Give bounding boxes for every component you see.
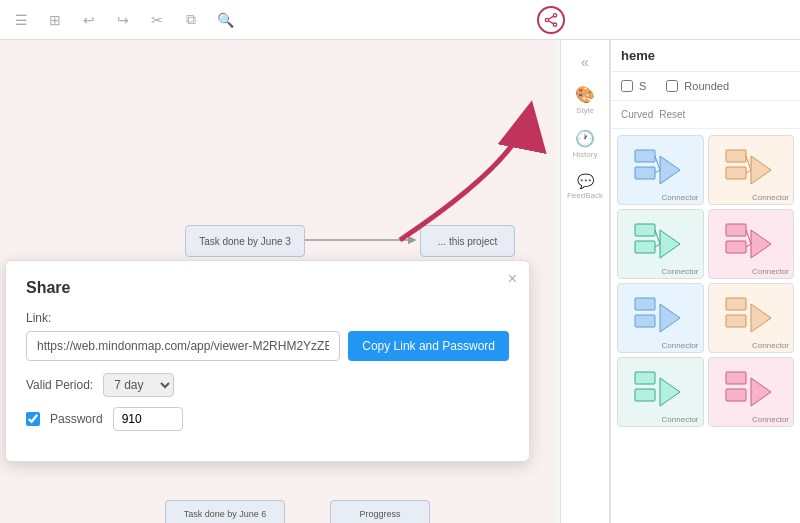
- toolbar-icon-copy[interactable]: ⧉: [180, 9, 202, 31]
- password-checkbox[interactable]: [26, 412, 40, 426]
- connector-thumb-1[interactable]: Connector: [617, 135, 704, 205]
- panel-options-row: S Rounded: [611, 72, 800, 101]
- connector-label-3: Connector: [662, 267, 699, 276]
- svg-rect-31: [726, 389, 746, 401]
- svg-point-34: [545, 18, 548, 21]
- link-label: Link:: [26, 311, 509, 325]
- connector-thumb-5[interactable]: Connector: [617, 283, 704, 353]
- rounded-checkbox[interactable]: [666, 80, 678, 92]
- svg-line-14: [655, 230, 660, 244]
- connector-label-5: Connector: [662, 341, 699, 350]
- diagram-node-2: ... this project: [420, 225, 515, 257]
- connector-grid: Connector Connector Connector Connector …: [611, 129, 800, 433]
- svg-rect-21: [635, 298, 655, 310]
- connector-label-1: Connector: [662, 193, 699, 202]
- toolbar-icon-redo[interactable]: ↪: [112, 9, 134, 31]
- connector-arrow: [305, 230, 425, 250]
- svg-line-4: [655, 156, 660, 170]
- svg-line-15: [655, 244, 660, 247]
- right-panel: heme S Rounded Curved Reset Connector Co…: [610, 40, 800, 523]
- connector-thumb-7[interactable]: Connector: [617, 357, 704, 427]
- svg-rect-30: [726, 372, 746, 384]
- diagram-node-1: Task done by June 3: [185, 225, 305, 257]
- dialog-close-button[interactable]: ×: [508, 271, 517, 287]
- svg-rect-27: [635, 372, 655, 384]
- connector-thumb-8[interactable]: Connector: [708, 357, 795, 427]
- svg-point-35: [553, 23, 556, 26]
- connector-label-8: Connector: [752, 415, 789, 424]
- svg-rect-17: [726, 241, 746, 253]
- dialog-title: Share: [26, 279, 509, 297]
- svg-rect-25: [726, 315, 746, 327]
- connector-label-7: Connector: [662, 415, 699, 424]
- connector-label-2: Connector: [752, 193, 789, 202]
- connector-thumb-6[interactable]: Connector: [708, 283, 795, 353]
- password-input[interactable]: [113, 407, 183, 431]
- toolbar-icon-cut[interactable]: ✂: [146, 9, 168, 31]
- validity-select[interactable]: 7 day 1 day 30 day Never: [103, 373, 174, 397]
- diagram-node-bottom-1: Task done by June 6: [165, 500, 285, 523]
- share-button[interactable]: [537, 6, 565, 34]
- svg-rect-11: [635, 224, 655, 236]
- diagram-node-bottom-2: Proggress: [330, 500, 430, 523]
- svg-rect-7: [726, 167, 746, 179]
- svg-rect-6: [726, 150, 746, 162]
- svg-line-19: [746, 230, 751, 244]
- reset-button[interactable]: Reset: [659, 109, 685, 120]
- style-panel-icon[interactable]: 🎨 Style: [565, 80, 605, 120]
- toolbar-icon-undo[interactable]: ↩: [78, 9, 100, 31]
- svg-rect-28: [635, 389, 655, 401]
- svg-marker-18: [751, 230, 771, 258]
- link-input[interactable]: [26, 331, 340, 361]
- left-panel: « 🎨 Style 🕐 History 💬 FeedBack: [560, 40, 610, 523]
- toolbar-icon-menu[interactable]: ☰: [10, 9, 32, 31]
- svg-line-37: [549, 21, 554, 24]
- link-row: Copy Link and Password: [26, 331, 509, 361]
- connector-thumb-3[interactable]: Connector: [617, 209, 704, 279]
- toolbar-icon-zoom[interactable]: 🔍: [214, 9, 236, 31]
- svg-marker-3: [660, 156, 680, 184]
- collapse-button[interactable]: «: [575, 48, 595, 76]
- password-label: Password: [50, 412, 103, 426]
- svg-marker-13: [660, 230, 680, 258]
- toolbar: ☰ ⊞ ↩ ↪ ✂ ⧉ 🔍: [0, 0, 800, 40]
- connector-thumb-4[interactable]: Connector: [708, 209, 795, 279]
- validity-row: Valid Period: 7 day 1 day 30 day Never: [26, 373, 509, 397]
- svg-rect-2: [635, 167, 655, 179]
- copy-link-button[interactable]: Copy Link and Password: [348, 331, 509, 361]
- svg-line-10: [746, 170, 751, 173]
- sharp-checkbox[interactable]: [621, 80, 633, 92]
- feedback-panel-icon[interactable]: 💬 FeedBack: [565, 168, 605, 205]
- svg-line-20: [746, 244, 751, 247]
- panel-curved-row: Curved Reset: [611, 101, 800, 129]
- validity-label: Valid Period:: [26, 378, 93, 392]
- svg-line-9: [746, 156, 751, 170]
- svg-rect-22: [635, 315, 655, 327]
- connector-label-4: Connector: [752, 267, 789, 276]
- svg-marker-8: [751, 156, 771, 184]
- svg-marker-23: [660, 304, 680, 332]
- svg-point-33: [553, 14, 556, 17]
- svg-rect-1: [635, 150, 655, 162]
- history-panel-icon[interactable]: 🕐 History: [565, 124, 605, 164]
- svg-rect-12: [635, 241, 655, 253]
- svg-line-36: [549, 16, 554, 19]
- svg-marker-29: [660, 378, 680, 406]
- toolbar-icon-grid[interactable]: ⊞: [44, 9, 66, 31]
- share-dialog: × Share Link: Copy Link and Password Val…: [5, 260, 530, 462]
- connector-thumb-2[interactable]: Connector: [708, 135, 795, 205]
- svg-marker-26: [751, 304, 771, 332]
- svg-rect-16: [726, 224, 746, 236]
- connector-label-6: Connector: [752, 341, 789, 350]
- svg-rect-24: [726, 298, 746, 310]
- panel-header: heme: [611, 40, 800, 72]
- svg-line-5: [655, 170, 660, 173]
- curved-button[interactable]: Curved: [621, 109, 653, 120]
- svg-marker-32: [751, 378, 771, 406]
- password-row: Password: [26, 407, 509, 431]
